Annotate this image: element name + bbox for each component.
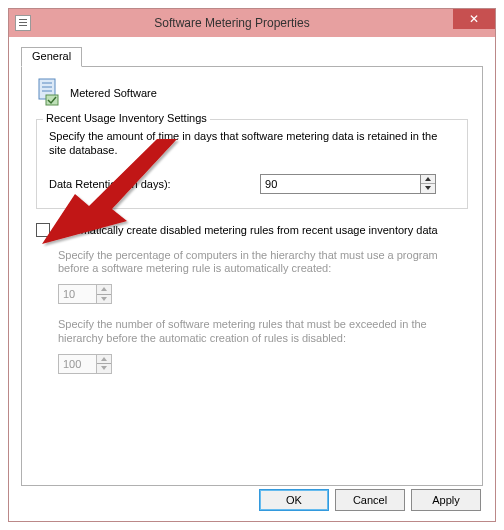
chevron-up-icon [425, 177, 431, 181]
close-button[interactable]: ✕ [453, 9, 495, 29]
chevron-down-icon [101, 297, 107, 301]
percent-spin-up [97, 285, 111, 295]
button-label: Apply [432, 494, 460, 506]
titlebar[interactable]: Software Metering Properties ✕ [9, 9, 495, 37]
percent-spin-buttons [96, 284, 112, 304]
max-rules-spin-down [97, 364, 111, 373]
client-area: General Metered Software [9, 37, 495, 521]
group-description: Specify the amount of time in days that … [49, 130, 455, 158]
close-icon: ✕ [469, 12, 479, 26]
group-title: Recent Usage Inventory Settings [43, 112, 210, 124]
tab-label: General [32, 50, 71, 62]
page-heading: Metered Software [70, 87, 157, 99]
retention-spin-down[interactable] [421, 184, 435, 193]
max-rules-description: Specify the number of software metering … [58, 318, 468, 346]
chevron-up-icon [101, 287, 107, 291]
auto-create-subsection: Specify the percentage of computers in t… [58, 249, 468, 374]
retention-label: Data Retention (in days): [49, 178, 260, 190]
chevron-down-icon [425, 186, 431, 190]
chevron-down-icon [101, 366, 107, 370]
apply-button[interactable]: Apply [411, 489, 481, 511]
document-icon [15, 15, 31, 31]
auto-create-label: Automatically create disabled metering r… [58, 224, 438, 236]
tabstrip: General [21, 47, 483, 67]
window-title: Software Metering Properties [11, 16, 453, 30]
max-rules-spin-buttons [96, 354, 112, 374]
button-label: Cancel [353, 494, 387, 506]
metered-software-icon [36, 77, 60, 109]
header-row: Metered Software [36, 77, 468, 109]
retention-input[interactable] [260, 174, 420, 194]
percent-spin-down [97, 295, 111, 304]
retention-spinner[interactable] [260, 174, 436, 194]
button-label: OK [286, 494, 302, 506]
percent-input [58, 284, 96, 304]
auto-create-row: Automatically create disabled metering r… [36, 223, 468, 237]
svg-rect-4 [46, 95, 58, 105]
max-rules-input [58, 354, 96, 374]
retention-row: Data Retention (in days): [49, 174, 455, 194]
group-recent-usage: Recent Usage Inventory Settings Specify … [36, 119, 468, 209]
percent-spinner [58, 284, 468, 304]
max-rules-spinner [58, 354, 468, 374]
ok-button[interactable]: OK [259, 489, 329, 511]
retention-spin-buttons [420, 174, 436, 194]
retention-spin-up[interactable] [421, 175, 435, 185]
auto-create-checkbox[interactable] [36, 223, 50, 237]
tab-page-general: Metered Software Recent Usage Inventory … [21, 66, 483, 486]
dialog-buttons: OK Cancel Apply [259, 489, 481, 511]
percent-description: Specify the percentage of computers in t… [58, 249, 468, 277]
chevron-up-icon [101, 357, 107, 361]
max-rules-spin-up [97, 355, 111, 365]
dialog-window: Software Metering Properties ✕ General [8, 8, 496, 522]
tab-general[interactable]: General [21, 47, 82, 67]
cancel-button[interactable]: Cancel [335, 489, 405, 511]
